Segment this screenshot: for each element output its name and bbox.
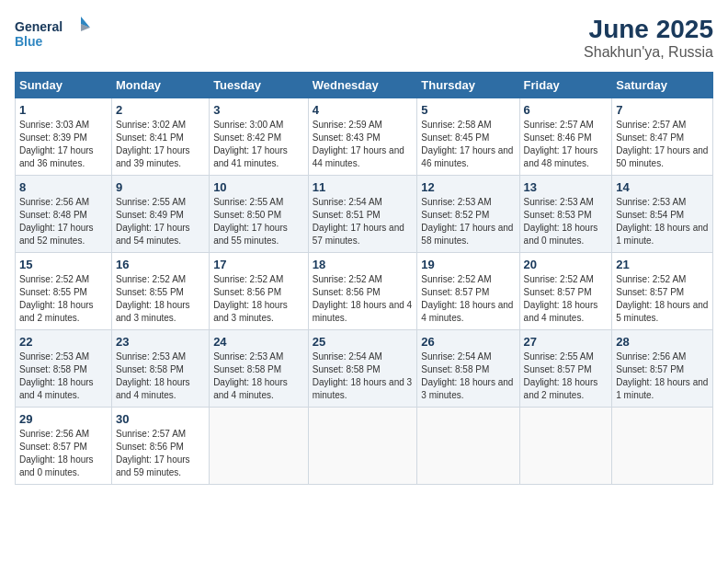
day-number: 18 <box>313 258 414 271</box>
header-day: Wednesday <box>308 73 417 98</box>
svg-text:Blue: Blue <box>15 34 43 49</box>
day-number: 12 <box>421 180 515 194</box>
day-cell <box>308 408 417 485</box>
day-info: Sunrise: 2:52 AM Sunset: 8:55 PM Dayligh… <box>116 273 205 325</box>
day-cell: 17Sunrise: 2:52 AM Sunset: 8:56 PM Dayli… <box>210 253 309 330</box>
day-number: 25 <box>313 335 414 349</box>
day-cell: 3Sunrise: 3:00 AM Sunset: 8:42 PM Daylig… <box>210 98 309 176</box>
day-cell: 21Sunrise: 2:52 AM Sunset: 8:57 PM Dayli… <box>612 253 713 330</box>
day-number: 3 <box>213 103 304 117</box>
day-info: Sunrise: 2:53 AM Sunset: 8:52 PM Dayligh… <box>421 196 515 247</box>
day-info: Sunrise: 2:57 AM Sunset: 8:46 PM Dayligh… <box>524 119 609 170</box>
day-number: 9 <box>116 180 205 194</box>
day-cell: 30Sunrise: 2:57 AM Sunset: 8:56 PM Dayli… <box>111 408 209 485</box>
day-cell: 9Sunrise: 2:55 AM Sunset: 8:49 PM Daylig… <box>111 176 209 253</box>
day-cell <box>210 408 309 485</box>
day-number: 26 <box>421 335 515 349</box>
day-number: 22 <box>19 335 108 349</box>
day-cell: 11Sunrise: 2:54 AM Sunset: 8:51 PM Dayli… <box>308 176 417 253</box>
day-info: Sunrise: 2:54 AM Sunset: 8:58 PM Dayligh… <box>313 350 414 402</box>
day-info: Sunrise: 3:03 AM Sunset: 8:39 PM Dayligh… <box>19 119 108 170</box>
day-info: Sunrise: 2:57 AM Sunset: 8:47 PM Dayligh… <box>616 119 709 170</box>
day-info: Sunrise: 2:57 AM Sunset: 8:56 PM Dayligh… <box>116 428 205 479</box>
subtitle: Shakhun'ya, Russia <box>584 44 713 61</box>
day-cell: 22Sunrise: 2:53 AM Sunset: 8:58 PM Dayli… <box>16 330 112 408</box>
day-cell: 13Sunrise: 2:53 AM Sunset: 8:53 PM Dayli… <box>519 176 612 253</box>
main-title: June 2025 <box>584 15 713 44</box>
day-number: 15 <box>19 258 108 271</box>
day-info: Sunrise: 2:58 AM Sunset: 8:45 PM Dayligh… <box>421 119 515 170</box>
day-info: Sunrise: 2:53 AM Sunset: 8:58 PM Dayligh… <box>213 350 304 402</box>
day-info: Sunrise: 2:59 AM Sunset: 8:43 PM Dayligh… <box>313 119 414 170</box>
day-cell: 27Sunrise: 2:55 AM Sunset: 8:57 PM Dayli… <box>519 330 612 408</box>
day-cell: 26Sunrise: 2:54 AM Sunset: 8:58 PM Dayli… <box>417 330 519 408</box>
day-info: Sunrise: 2:55 AM Sunset: 8:57 PM Dayligh… <box>524 350 609 402</box>
day-info: Sunrise: 3:00 AM Sunset: 8:42 PM Dayligh… <box>213 119 304 170</box>
day-cell: 15Sunrise: 2:52 AM Sunset: 8:55 PM Dayli… <box>16 253 112 330</box>
day-number: 19 <box>421 258 515 271</box>
header-day: Sunday <box>16 73 112 98</box>
day-info: Sunrise: 2:54 AM Sunset: 8:51 PM Dayligh… <box>313 196 414 247</box>
day-number: 23 <box>116 335 205 349</box>
logo: General Blue <box>15 15 97 52</box>
day-info: Sunrise: 2:52 AM Sunset: 8:57 PM Dayligh… <box>524 273 609 325</box>
day-number: 7 <box>616 103 709 117</box>
day-info: Sunrise: 2:53 AM Sunset: 8:54 PM Dayligh… <box>616 196 709 247</box>
day-info: Sunrise: 2:53 AM Sunset: 8:58 PM Dayligh… <box>116 350 205 402</box>
header-day: Friday <box>519 73 612 98</box>
day-info: Sunrise: 2:55 AM Sunset: 8:50 PM Dayligh… <box>213 196 304 247</box>
day-number: 1 <box>19 103 108 117</box>
day-number: 24 <box>213 335 304 349</box>
day-cell: 12Sunrise: 2:53 AM Sunset: 8:52 PM Dayli… <box>417 176 519 253</box>
week-row: 1Sunrise: 3:03 AM Sunset: 8:39 PM Daylig… <box>16 98 713 176</box>
day-info: Sunrise: 2:54 AM Sunset: 8:58 PM Dayligh… <box>421 350 515 402</box>
day-info: Sunrise: 2:52 AM Sunset: 8:56 PM Dayligh… <box>213 273 304 325</box>
day-number: 14 <box>616 180 709 194</box>
day-number: 2 <box>116 103 205 117</box>
day-cell: 24Sunrise: 2:53 AM Sunset: 8:58 PM Dayli… <box>210 330 309 408</box>
day-cell: 14Sunrise: 2:53 AM Sunset: 8:54 PM Dayli… <box>612 176 713 253</box>
day-number: 27 <box>524 335 609 349</box>
day-number: 11 <box>313 180 414 194</box>
day-number: 17 <box>213 258 304 271</box>
day-info: Sunrise: 2:56 AM Sunset: 8:48 PM Dayligh… <box>19 196 108 247</box>
day-info: Sunrise: 2:56 AM Sunset: 8:57 PM Dayligh… <box>19 428 108 479</box>
header-day: Thursday <box>417 73 519 98</box>
day-info: Sunrise: 3:02 AM Sunset: 8:41 PM Dayligh… <box>116 119 205 170</box>
week-row: 15Sunrise: 2:52 AM Sunset: 8:55 PM Dayli… <box>16 253 713 330</box>
day-number: 21 <box>616 258 709 271</box>
day-info: Sunrise: 2:52 AM Sunset: 8:56 PM Dayligh… <box>313 273 414 325</box>
day-cell: 1Sunrise: 3:03 AM Sunset: 8:39 PM Daylig… <box>16 98 112 176</box>
day-number: 30 <box>116 412 205 426</box>
svg-text:General: General <box>15 19 63 34</box>
week-row: 8Sunrise: 2:56 AM Sunset: 8:48 PM Daylig… <box>16 176 713 253</box>
day-number: 16 <box>116 258 205 271</box>
title-area: June 2025 Shakhun'ya, Russia <box>584 15 713 61</box>
header-row: SundayMondayTuesdayWednesdayThursdayFrid… <box>16 73 713 98</box>
day-info: Sunrise: 2:52 AM Sunset: 8:57 PM Dayligh… <box>421 273 515 325</box>
header-day: Tuesday <box>210 73 309 98</box>
day-cell: 16Sunrise: 2:52 AM Sunset: 8:55 PM Dayli… <box>111 253 209 330</box>
day-cell: 8Sunrise: 2:56 AM Sunset: 8:48 PM Daylig… <box>16 176 112 253</box>
day-info: Sunrise: 2:52 AM Sunset: 8:57 PM Dayligh… <box>616 273 709 325</box>
day-info: Sunrise: 2:55 AM Sunset: 8:49 PM Dayligh… <box>116 196 205 247</box>
header-day: Monday <box>111 73 209 98</box>
day-number: 10 <box>213 180 304 194</box>
day-cell: 6Sunrise: 2:57 AM Sunset: 8:46 PM Daylig… <box>519 98 612 176</box>
day-number: 5 <box>421 103 515 117</box>
day-cell: 29Sunrise: 2:56 AM Sunset: 8:57 PM Dayli… <box>16 408 112 485</box>
day-cell: 25Sunrise: 2:54 AM Sunset: 8:58 PM Dayli… <box>308 330 417 408</box>
day-cell: 23Sunrise: 2:53 AM Sunset: 8:58 PM Dayli… <box>111 330 209 408</box>
day-cell <box>417 408 519 485</box>
day-cell: 10Sunrise: 2:55 AM Sunset: 8:50 PM Dayli… <box>210 176 309 253</box>
day-cell <box>519 408 612 485</box>
day-cell <box>612 408 713 485</box>
day-cell: 28Sunrise: 2:56 AM Sunset: 8:57 PM Dayli… <box>612 330 713 408</box>
day-cell: 4Sunrise: 2:59 AM Sunset: 8:43 PM Daylig… <box>308 98 417 176</box>
day-number: 20 <box>524 258 609 271</box>
day-number: 28 <box>616 335 709 349</box>
day-info: Sunrise: 2:53 AM Sunset: 8:53 PM Dayligh… <box>524 196 609 247</box>
week-row: 29Sunrise: 2:56 AM Sunset: 8:57 PM Dayli… <box>16 408 713 485</box>
day-cell: 5Sunrise: 2:58 AM Sunset: 8:45 PM Daylig… <box>417 98 519 176</box>
header: General Blue June 2025 Shakhun'ya, Russi… <box>15 15 713 61</box>
